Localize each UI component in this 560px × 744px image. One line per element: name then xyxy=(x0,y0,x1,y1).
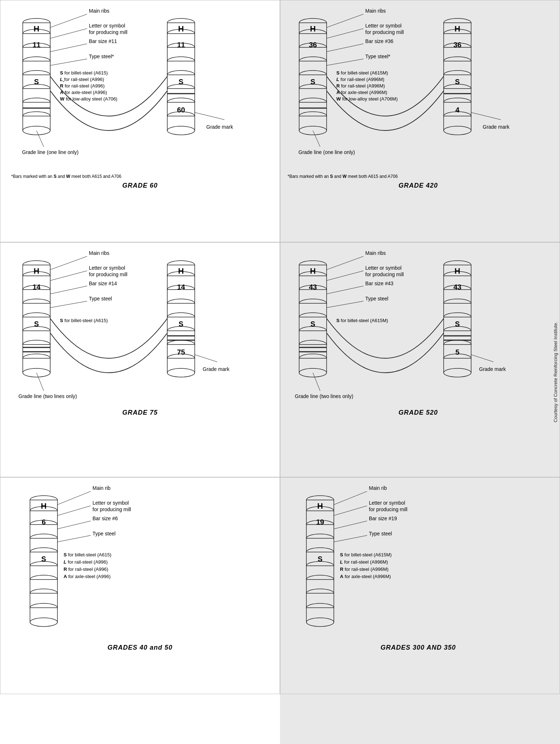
svg-text:Type steel: Type steel xyxy=(89,296,112,302)
svg-text:for producing mill: for producing mill xyxy=(365,271,404,277)
svg-text:S: S xyxy=(318,555,322,563)
svg-text:Grade mark: Grade mark xyxy=(483,124,510,130)
svg-text:Letter or symbol: Letter or symbol xyxy=(89,23,125,29)
svg-text:for producing mill: for producing mill xyxy=(92,506,131,512)
svg-text:S: S xyxy=(34,78,39,86)
svg-text:Bar size #14: Bar size #14 xyxy=(89,281,117,286)
svg-text:R for rail-steel (A996): R for rail-steel (A996) xyxy=(60,83,105,89)
svg-line-304 xyxy=(334,535,367,542)
svg-text:Letter or symbol: Letter or symbol xyxy=(89,265,125,271)
svg-text:Letter or symbol: Letter or symbol xyxy=(92,500,129,506)
svg-text:W for low-alloy steel (A706M): W for low-alloy steel (A706M) xyxy=(336,96,398,102)
svg-line-261 xyxy=(327,256,363,270)
svg-text:A for axle-steel (A996M): A for axle-steel (A996M) xyxy=(336,90,387,95)
svg-text:S for billet-steel (A615M): S for billet-steel (A615M) xyxy=(340,552,392,557)
svg-text:Type steel*: Type steel* xyxy=(89,54,114,59)
svg-text:Letter or symbol: Letter or symbol xyxy=(365,265,401,271)
grade60-diagram: H 11 S xyxy=(8,4,260,181)
svg-text:Grade mark: Grade mark xyxy=(479,366,506,372)
svg-line-144 xyxy=(57,506,91,516)
svg-line-111 xyxy=(50,286,87,294)
svg-text:S: S xyxy=(178,78,183,86)
svg-text:W for low-alloy steel (A706): W for low-alloy steel (A706) xyxy=(60,96,117,102)
svg-line-263 xyxy=(327,271,363,281)
svg-line-203 xyxy=(327,44,363,52)
svg-text:11: 11 xyxy=(33,41,40,49)
svg-line-266 xyxy=(327,286,363,294)
svg-text:Grade mark: Grade mark xyxy=(203,366,230,372)
svg-text:R for rail-steel (A996M): R for rail-steel (A996M) xyxy=(340,566,388,572)
svg-text:4: 4 xyxy=(455,106,460,114)
svg-line-207 xyxy=(471,112,501,120)
svg-text:S: S xyxy=(310,78,315,86)
svg-text:S for billet-steel (A615M): S for billet-steel (A615M) xyxy=(336,70,388,76)
svg-text:S for billet-steel (A615): S for billet-steel (A615) xyxy=(60,318,108,323)
svg-text:14: 14 xyxy=(33,283,41,291)
svg-text:A for axle-steel (A996): A for axle-steel (A996) xyxy=(64,574,111,579)
svg-text:Type steel*: Type steel* xyxy=(365,54,391,59)
svg-point-293 xyxy=(306,618,334,627)
svg-text:L for rail-steel (A996M): L for rail-steel (A996M) xyxy=(336,77,384,82)
svg-text:H: H xyxy=(317,501,323,510)
svg-text:H: H xyxy=(455,24,460,33)
svg-text:Main ribs: Main ribs xyxy=(365,250,386,256)
svg-text:S: S xyxy=(34,320,39,328)
svg-text:S for billet-steel (A615): S for billet-steel (A615) xyxy=(64,552,111,557)
svg-text:Main ribs: Main ribs xyxy=(365,8,386,14)
svg-line-149 xyxy=(57,535,91,542)
svg-text:S: S xyxy=(310,320,315,328)
svg-text:Grade line (one line only): Grade line (one line only) xyxy=(22,149,78,155)
svg-text:14: 14 xyxy=(177,283,185,291)
svg-text:for producing mill: for producing mill xyxy=(369,506,408,512)
svg-text:for producing mill: for producing mill xyxy=(365,29,404,35)
svg-text:for producing mill: for producing mill xyxy=(89,271,128,277)
svg-text:S for billet-steel (A615M): S for billet-steel (A615M) xyxy=(336,318,388,323)
svg-text:5: 5 xyxy=(455,348,459,356)
svg-text:H: H xyxy=(41,501,47,510)
grade60-section: H 11 S xyxy=(0,0,280,242)
svg-text:A for axle-steel (A996M): A for axle-steel (A996M) xyxy=(340,574,391,579)
grade300350-section: H 19 S Main rib Letter or symbol for pro… xyxy=(280,477,560,694)
svg-text:S for billet-steel (A615): S for billet-steel (A615) xyxy=(60,70,108,76)
svg-text:S: S xyxy=(455,320,460,328)
svg-text:L  for rail-steel (A996): L for rail-steel (A996) xyxy=(60,77,104,82)
svg-point-99 xyxy=(167,368,195,377)
grade520-section: H 43 S xyxy=(280,242,560,477)
courtesy-text: Courtesy of Concrete Reinforcing Steel I… xyxy=(553,322,558,422)
svg-line-268 xyxy=(327,301,363,308)
svg-line-45 xyxy=(50,29,87,38)
svg-line-200 xyxy=(327,29,363,38)
grade75-diagram: H 14 S xyxy=(8,246,260,423)
svg-text:36: 36 xyxy=(453,41,461,49)
svg-line-302 xyxy=(334,521,367,529)
svg-text:Grade line (one line only): Grade line (one line only) xyxy=(298,149,355,155)
svg-line-108 xyxy=(50,271,87,281)
svg-text:L for rail-steel (A996M): L for rail-steel (A996M) xyxy=(340,559,388,565)
grade60-label: GRADE 60 xyxy=(8,182,272,189)
svg-text:75: 75 xyxy=(177,348,185,356)
svg-text:Main ribs: Main ribs xyxy=(89,250,109,256)
svg-text:Bar size #19: Bar size #19 xyxy=(369,516,397,521)
svg-text:Letter or symbol: Letter or symbol xyxy=(369,500,405,506)
svg-text:H: H xyxy=(178,24,184,33)
right-column: Courtesy of Concrete Reinforcing Steel I… xyxy=(280,0,560,744)
grade520-diagram: H 43 S xyxy=(284,246,537,423)
svg-line-52 xyxy=(195,112,224,120)
grade420-diagram: H 36 S xyxy=(284,4,537,181)
svg-text:H: H xyxy=(310,266,316,275)
page-container: H 11 S xyxy=(0,0,560,744)
svg-line-147 xyxy=(57,521,91,529)
svg-line-43 xyxy=(50,14,87,27)
svg-text:A for axle-steel (A996): A for axle-steel (A996) xyxy=(60,90,107,95)
svg-text:19: 19 xyxy=(316,518,324,526)
grade420-label: GRADE 420 xyxy=(284,182,552,189)
svg-point-37 xyxy=(167,126,195,135)
svg-text:Bar size #11: Bar size #11 xyxy=(89,38,117,44)
svg-line-115 xyxy=(195,355,217,362)
svg-line-142 xyxy=(57,491,91,505)
svg-line-106 xyxy=(50,256,87,270)
svg-line-299 xyxy=(334,506,367,516)
svg-text:Type steel: Type steel xyxy=(369,531,392,536)
svg-text:S: S xyxy=(455,78,460,86)
courtesy-container: Courtesy of Concrete Reinforcing Steel I… xyxy=(551,0,559,744)
